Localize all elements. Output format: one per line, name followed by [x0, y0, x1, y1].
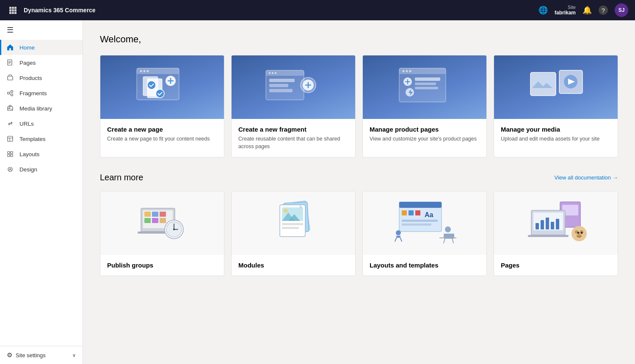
sidebar-item-pages[interactable]: Pages [0, 55, 83, 70]
svg-rect-65 [415, 83, 436, 85]
svg-rect-5 [14, 9, 17, 11]
manage-media-card[interactable]: Manage your media Upload and edit media … [494, 55, 618, 157]
svg-rect-118 [556, 219, 559, 229]
publish-groups-title: Publish groups [107, 262, 217, 269]
sidebar-item-fragments-label: Fragments [19, 90, 47, 97]
svg-rect-78 [152, 218, 158, 223]
svg-rect-66 [415, 87, 438, 89]
svg-rect-116 [546, 218, 549, 229]
svg-rect-100 [402, 223, 431, 226]
learn-more-title: Learn more [100, 173, 143, 182]
create-fragment-card[interactable]: Create a new fragment Create reusable co… [231, 55, 356, 157]
create-page-card[interactable]: Create a new page Create a new page to f… [100, 55, 224, 157]
svg-point-59 [406, 70, 408, 72]
view-all-docs-label: View all documentation [555, 174, 611, 181]
welcome-title: Welcome, [100, 34, 618, 45]
svg-point-60 [409, 70, 411, 72]
globe-icon[interactable]: 🌐 [538, 6, 548, 15]
sidebar-item-products[interactable]: Products [0, 70, 83, 85]
manage-product-card[interactable]: Manage product pages View and customize … [362, 55, 487, 157]
fragments-icon [7, 90, 15, 97]
sidebar-item-design[interactable]: Design [0, 162, 83, 177]
layouts-icon [7, 151, 15, 157]
sidebar-item-media-library[interactable]: Media library [0, 101, 83, 116]
sidebar-item-urls[interactable]: URLs [0, 116, 83, 131]
sidebar-item-pages-label: Pages [19, 60, 36, 66]
user-avatar[interactable]: SJ [615, 3, 628, 17]
svg-rect-91 [282, 223, 303, 225]
svg-rect-33 [137, 68, 179, 74]
svg-rect-19 [8, 107, 13, 110]
svg-point-58 [403, 70, 405, 72]
app-grid-icon[interactable] [7, 4, 19, 16]
svg-rect-95 [402, 210, 407, 215]
sidebar-item-fragments[interactable]: Fragments [0, 85, 83, 101]
svg-rect-79 [160, 218, 166, 223]
svg-point-123 [577, 232, 580, 234]
pages-learn-body: Pages [494, 255, 618, 276]
action-cards-grid: Create a new page Create a new page to f… [100, 55, 618, 157]
layouts-templates-card[interactable]: Aa [362, 191, 487, 276]
products-icon [7, 74, 15, 81]
svg-rect-26 [8, 152, 10, 154]
svg-rect-3 [9, 9, 11, 11]
create-fragment-card-image [232, 55, 355, 119]
svg-text:Aa: Aa [425, 211, 433, 218]
svg-rect-2 [14, 7, 17, 9]
svg-point-119 [572, 226, 587, 241]
svg-rect-27 [11, 152, 13, 154]
modules-image [232, 191, 355, 255]
sidebar-item-templates[interactable]: Templates [0, 131, 83, 146]
sidebar-item-layouts-label: Layouts [19, 151, 39, 157]
svg-rect-49 [269, 79, 295, 82]
svg-rect-4 [12, 9, 14, 11]
sidebar-item-home-label: Home [19, 44, 35, 51]
design-icon [7, 166, 15, 173]
help-icon[interactable]: ? [599, 6, 608, 15]
svg-rect-8 [14, 12, 17, 14]
svg-point-104 [445, 226, 451, 232]
sidebar-item-home[interactable]: Home [0, 40, 83, 55]
bell-icon[interactable]: 🔔 [583, 6, 592, 15]
layouts-templates-image: Aa [363, 191, 486, 255]
svg-point-39 [147, 81, 156, 89]
svg-rect-96 [409, 210, 414, 215]
view-all-docs-link[interactable]: View all documentation → [555, 174, 618, 181]
chevron-down-icon: ∨ [72, 353, 76, 358]
templates-icon [7, 135, 15, 142]
arrow-right-icon: → [613, 174, 618, 181]
main-content: Welcome, [83, 20, 635, 364]
svg-rect-94 [399, 202, 442, 208]
sidebar: ☰ Home Page [0, 20, 83, 364]
sidebar-toggle[interactable]: ☰ [0, 20, 83, 40]
urls-icon [7, 120, 15, 127]
manage-media-desc: Upload and edit media assets for your si… [501, 135, 611, 143]
svg-rect-6 [9, 12, 11, 14]
sidebar-item-products-label: Products [19, 75, 42, 81]
sidebar-item-design-label: Design [19, 166, 37, 173]
pages-learn-image [494, 191, 618, 255]
site-settings-label: Site settings [16, 352, 46, 358]
sidebar-item-layouts[interactable]: Layouts [0, 146, 83, 162]
svg-line-102 [395, 237, 397, 241]
site-settings[interactable]: ⚙ Site settings ∨ [0, 346, 83, 364]
svg-rect-51 [269, 89, 293, 92]
svg-line-18 [9, 94, 11, 94]
home-icon [7, 44, 15, 51]
svg-point-124 [581, 232, 583, 234]
pages-learn-title: Pages [501, 262, 611, 269]
settings-icon: ⚙ [7, 351, 12, 359]
manage-media-card-body: Manage your media Upload and edit media … [494, 119, 618, 150]
create-fragment-desc: Create reusable content that can be shar… [238, 135, 348, 150]
svg-point-90 [284, 209, 288, 213]
svg-point-16 [11, 94, 13, 96]
svg-rect-97 [415, 210, 420, 215]
layouts-templates-body: Layouts and templates [363, 255, 486, 276]
learn-more-header: Learn more View all documentation → [100, 173, 618, 182]
pages-learn-card[interactable]: Pages [494, 191, 618, 276]
sidebar-item-templates-label: Templates [19, 136, 46, 142]
svg-point-47 [272, 72, 273, 74]
modules-card[interactable]: Modules [231, 191, 356, 276]
svg-point-34 [140, 70, 142, 72]
publish-groups-card[interactable]: Publish groups [100, 191, 224, 276]
